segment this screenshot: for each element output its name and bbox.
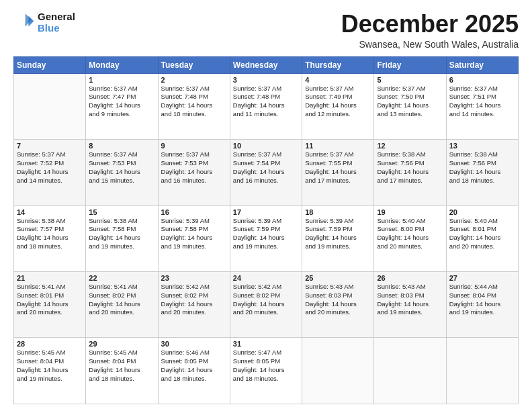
day-header-sunday: Sunday bbox=[14, 56, 86, 73]
calendar-cell: 12Sunrise: 5:38 AM Sunset: 7:56 PM Dayli… bbox=[374, 140, 446, 205]
calendar-cell: 10Sunrise: 5:37 AM Sunset: 7:54 PM Dayli… bbox=[230, 140, 302, 205]
day-number: 12 bbox=[377, 142, 443, 150]
day-info: Sunrise: 5:45 AM Sunset: 8:04 PM Dayligh… bbox=[17, 349, 83, 383]
calendar-cell: 13Sunrise: 5:38 AM Sunset: 7:56 PM Dayli… bbox=[446, 140, 518, 205]
day-header-wednesday: Wednesday bbox=[230, 56, 302, 73]
calendar-cell: 17Sunrise: 5:39 AM Sunset: 7:59 PM Dayli… bbox=[230, 205, 302, 271]
calendar-cell: 4Sunrise: 5:37 AM Sunset: 7:49 PM Daylig… bbox=[302, 73, 374, 139]
day-number: 21 bbox=[17, 274, 83, 282]
calendar-cell: 15Sunrise: 5:38 AM Sunset: 7:58 PM Dayli… bbox=[86, 205, 158, 271]
day-info: Sunrise: 5:37 AM Sunset: 7:55 PM Dayligh… bbox=[305, 150, 371, 185]
calendar-cell: 27Sunrise: 5:44 AM Sunset: 8:04 PM Dayli… bbox=[446, 272, 518, 338]
day-number: 18 bbox=[305, 208, 371, 216]
day-info: Sunrise: 5:37 AM Sunset: 7:53 PM Dayligh… bbox=[89, 150, 154, 185]
calendar-cell: 30Sunrise: 5:46 AM Sunset: 8:05 PM Dayli… bbox=[158, 338, 230, 404]
calendar-cell: 6Sunrise: 5:37 AM Sunset: 7:51 PM Daylig… bbox=[446, 73, 518, 139]
calendar-cell: 8Sunrise: 5:37 AM Sunset: 7:53 PM Daylig… bbox=[86, 140, 158, 205]
day-info: Sunrise: 5:39 AM Sunset: 7:59 PM Dayligh… bbox=[305, 217, 371, 251]
month-title: December 2025 bbox=[341, 11, 519, 38]
day-number: 11 bbox=[305, 142, 371, 150]
day-number: 5 bbox=[377, 76, 443, 84]
day-number: 15 bbox=[89, 208, 154, 216]
calendar-cell bbox=[302, 338, 374, 404]
day-info: Sunrise: 5:37 AM Sunset: 7:51 PM Dayligh… bbox=[449, 85, 515, 119]
calendar-cell: 22Sunrise: 5:41 AM Sunset: 8:02 PM Dayli… bbox=[86, 272, 158, 338]
day-number: 31 bbox=[233, 340, 299, 348]
day-number: 4 bbox=[305, 76, 371, 84]
day-info: Sunrise: 5:47 AM Sunset: 8:05 PM Dayligh… bbox=[233, 349, 299, 383]
logo-text: General Blue bbox=[38, 11, 75, 34]
day-info: Sunrise: 5:41 AM Sunset: 8:01 PM Dayligh… bbox=[17, 283, 83, 317]
logo: General Blue bbox=[13, 11, 75, 34]
calendar-cell: 19Sunrise: 5:40 AM Sunset: 8:00 PM Dayli… bbox=[374, 205, 446, 271]
day-header-tuesday: Tuesday bbox=[158, 56, 230, 73]
calendar-cell: 23Sunrise: 5:42 AM Sunset: 8:02 PM Dayli… bbox=[158, 272, 230, 338]
header: General Blue December 2025 Swansea, New … bbox=[13, 11, 519, 50]
day-number: 25 bbox=[305, 274, 371, 282]
calendar-cell bbox=[374, 338, 446, 404]
calendar-cell: 3Sunrise: 5:37 AM Sunset: 7:48 PM Daylig… bbox=[230, 73, 302, 139]
calendar-body: 1Sunrise: 5:37 AM Sunset: 7:47 PM Daylig… bbox=[14, 73, 519, 404]
calendar-week-row: 28Sunrise: 5:45 AM Sunset: 8:04 PM Dayli… bbox=[14, 338, 519, 404]
day-header-thursday: Thursday bbox=[302, 56, 374, 73]
day-number: 20 bbox=[449, 208, 515, 216]
day-number: 30 bbox=[161, 340, 227, 348]
day-header-saturday: Saturday bbox=[446, 56, 518, 73]
page: General Blue December 2025 Swansea, New … bbox=[0, 0, 532, 411]
day-info: Sunrise: 5:40 AM Sunset: 8:00 PM Dayligh… bbox=[377, 217, 443, 251]
calendar-cell: 5Sunrise: 5:37 AM Sunset: 7:50 PM Daylig… bbox=[374, 73, 446, 139]
calendar-cell: 16Sunrise: 5:39 AM Sunset: 7:58 PM Dayli… bbox=[158, 205, 230, 271]
calendar-cell: 29Sunrise: 5:45 AM Sunset: 8:04 PM Dayli… bbox=[86, 338, 158, 404]
day-number: 1 bbox=[89, 76, 154, 84]
day-number: 23 bbox=[161, 274, 227, 282]
calendar-cell: 14Sunrise: 5:38 AM Sunset: 7:57 PM Dayli… bbox=[14, 205, 86, 271]
day-info: Sunrise: 5:39 AM Sunset: 7:59 PM Dayligh… bbox=[233, 217, 299, 251]
day-info: Sunrise: 5:37 AM Sunset: 7:48 PM Dayligh… bbox=[233, 85, 299, 119]
day-info: Sunrise: 5:37 AM Sunset: 7:53 PM Dayligh… bbox=[161, 150, 227, 185]
calendar-cell: 2Sunrise: 5:37 AM Sunset: 7:48 PM Daylig… bbox=[158, 73, 230, 139]
day-number: 22 bbox=[89, 274, 154, 282]
day-number: 27 bbox=[449, 274, 515, 282]
day-info: Sunrise: 5:42 AM Sunset: 8:02 PM Dayligh… bbox=[233, 283, 299, 317]
location-subtitle: Swansea, New South Wales, Australia bbox=[341, 39, 519, 50]
calendar-table: SundayMondayTuesdayWednesdayThursdayFrid… bbox=[13, 56, 519, 404]
day-info: Sunrise: 5:39 AM Sunset: 7:58 PM Dayligh… bbox=[161, 217, 227, 251]
day-number: 6 bbox=[449, 76, 515, 84]
day-number: 9 bbox=[161, 142, 227, 150]
day-info: Sunrise: 5:45 AM Sunset: 8:04 PM Dayligh… bbox=[89, 349, 154, 383]
day-number: 24 bbox=[233, 274, 299, 282]
calendar-cell: 24Sunrise: 5:42 AM Sunset: 8:02 PM Dayli… bbox=[230, 272, 302, 338]
day-number: 26 bbox=[377, 274, 443, 282]
calendar-header-row: SundayMondayTuesdayWednesdayThursdayFrid… bbox=[14, 56, 519, 73]
day-number: 14 bbox=[17, 208, 83, 216]
day-info: Sunrise: 5:37 AM Sunset: 7:49 PM Dayligh… bbox=[305, 85, 371, 119]
day-info: Sunrise: 5:46 AM Sunset: 8:05 PM Dayligh… bbox=[161, 349, 227, 383]
calendar-cell: 26Sunrise: 5:43 AM Sunset: 8:03 PM Dayli… bbox=[374, 272, 446, 338]
day-number: 28 bbox=[17, 340, 83, 348]
day-info: Sunrise: 5:37 AM Sunset: 7:47 PM Dayligh… bbox=[89, 85, 154, 119]
day-header-monday: Monday bbox=[86, 56, 158, 73]
calendar-cell: 31Sunrise: 5:47 AM Sunset: 8:05 PM Dayli… bbox=[230, 338, 302, 404]
day-info: Sunrise: 5:37 AM Sunset: 7:52 PM Dayligh… bbox=[17, 150, 83, 185]
day-info: Sunrise: 5:37 AM Sunset: 7:50 PM Dayligh… bbox=[377, 85, 443, 119]
day-number: 29 bbox=[89, 340, 154, 348]
calendar-week-row: 7Sunrise: 5:37 AM Sunset: 7:52 PM Daylig… bbox=[14, 140, 519, 205]
day-info: Sunrise: 5:37 AM Sunset: 7:54 PM Dayligh… bbox=[233, 150, 299, 185]
calendar-cell: 1Sunrise: 5:37 AM Sunset: 7:47 PM Daylig… bbox=[86, 73, 158, 139]
day-number: 19 bbox=[377, 208, 443, 216]
day-info: Sunrise: 5:37 AM Sunset: 7:48 PM Dayligh… bbox=[161, 85, 227, 119]
calendar-cell: 21Sunrise: 5:41 AM Sunset: 8:01 PM Dayli… bbox=[14, 272, 86, 338]
calendar-week-row: 1Sunrise: 5:37 AM Sunset: 7:47 PM Daylig… bbox=[14, 73, 519, 139]
day-number: 10 bbox=[233, 142, 299, 150]
day-number: 17 bbox=[233, 208, 299, 216]
day-info: Sunrise: 5:43 AM Sunset: 8:03 PM Dayligh… bbox=[377, 283, 443, 317]
day-number: 16 bbox=[161, 208, 227, 216]
calendar-cell: 9Sunrise: 5:37 AM Sunset: 7:53 PM Daylig… bbox=[158, 140, 230, 205]
day-info: Sunrise: 5:38 AM Sunset: 7:57 PM Dayligh… bbox=[17, 217, 83, 251]
calendar-week-row: 21Sunrise: 5:41 AM Sunset: 8:01 PM Dayli… bbox=[14, 272, 519, 338]
calendar-week-row: 14Sunrise: 5:38 AM Sunset: 7:57 PM Dayli… bbox=[14, 205, 519, 271]
day-info: Sunrise: 5:40 AM Sunset: 8:01 PM Dayligh… bbox=[449, 217, 515, 251]
day-number: 3 bbox=[233, 76, 299, 84]
logo-icon bbox=[13, 11, 35, 33]
calendar-cell: 7Sunrise: 5:37 AM Sunset: 7:52 PM Daylig… bbox=[14, 140, 86, 205]
